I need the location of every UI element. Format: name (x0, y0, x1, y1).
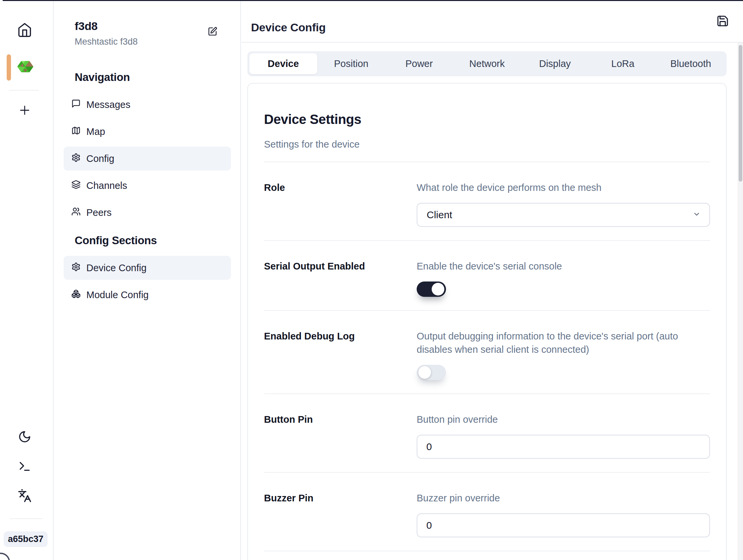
field-label: Role (264, 181, 417, 227)
card-subtitle: Settings for the device (264, 138, 710, 150)
gear-icon (71, 262, 81, 274)
config-row-debug-log: Enabled Debug Log Output debugging infor… (264, 311, 710, 394)
button-pin-input[interactable] (417, 435, 710, 459)
dark-mode-button[interactable] (18, 430, 31, 444)
chevron-down-icon (693, 209, 701, 221)
sidebar: f3d8 Meshtastic f3d8 Navigation (54, 0, 241, 560)
sidebar-item-label: Channels (86, 180, 127, 191)
tab-bluetooth[interactable]: Bluetooth (657, 53, 725, 74)
boxes-icon (71, 289, 81, 301)
sidebar-item-module-config[interactable]: Module Config (64, 283, 231, 307)
config-row-serial-output: Serial Output Enabled Enable the device'… (264, 241, 710, 311)
config-row-rebroadcast-mode: Rebroadcast Mode How to handle rebroadca… (264, 551, 710, 560)
tab-power[interactable]: Power (385, 53, 453, 74)
vertical-scrollbar[interactable] (738, 43, 743, 560)
users-icon (71, 207, 81, 219)
corner-decoration (0, 553, 10, 560)
field-description: Button pin override (417, 413, 710, 426)
rail-divider (10, 518, 43, 519)
toggle-knob (432, 283, 444, 295)
app-window: a65bc37 f3d8 Meshtastic f3d8 Navigation (0, 0, 743, 560)
card-title: Device Settings (264, 95, 710, 127)
sidebar-item-config[interactable]: Config (64, 147, 231, 171)
field-description: What role the device performs on the mes… (417, 181, 710, 194)
connection-id-badge: a65bc37 (4, 531, 48, 547)
terminal-button[interactable] (18, 460, 31, 473)
device-full-name: Meshtastic f3d8 (75, 36, 229, 47)
config-row-buzzer-pin: Buzzer Pin Buzzer pin override (264, 473, 710, 551)
config-row-role: Role What role the device performs on th… (264, 162, 710, 241)
field-label: Serial Output Enabled (264, 260, 417, 297)
device-short-name: f3d8 (75, 19, 229, 33)
sidebar-item-device-config[interactable]: Device Config (64, 256, 231, 280)
field-description: Output debugging information to the devi… (417, 329, 710, 356)
message-icon (71, 99, 81, 110)
page-title: Device Config (251, 21, 326, 34)
config-sections-heading: Config Sections (75, 234, 229, 247)
terminal-icon (18, 460, 31, 473)
map-icon (71, 126, 81, 138)
language-button[interactable] (18, 489, 32, 503)
tab-position[interactable]: Position (317, 53, 385, 74)
config-sections-list: Device Config Module Config (64, 256, 231, 307)
icon-rail: a65bc37 (0, 0, 54, 560)
debug-log-toggle[interactable] (417, 365, 446, 380)
save-config-button[interactable] (716, 15, 729, 27)
moon-icon (18, 430, 31, 444)
language-icon (18, 489, 32, 503)
field-label: Buzzer Pin (264, 492, 417, 538)
role-select-value: Client (427, 209, 452, 221)
main-panel: Device Config Device Position Power Netw… (242, 0, 743, 560)
sidebar-item-label: Config (86, 153, 114, 164)
edit-icon (208, 27, 217, 36)
gear-icon (71, 153, 81, 165)
meshtastic-logo (17, 59, 33, 75)
sidebar-item-peers[interactable]: Peers (64, 200, 231, 225)
scrollbar-thumb[interactable] (739, 45, 742, 182)
toggle-knob (418, 366, 431, 379)
tab-display[interactable]: Display (521, 53, 589, 74)
active-device-indicator (7, 54, 11, 81)
nav-list: Messages Map Config (64, 93, 231, 225)
config-row-button-pin: Button Pin Button pin override (264, 394, 710, 473)
window-top-edge (3, 0, 743, 1)
field-label: Button Pin (264, 413, 417, 459)
field-label: Enabled Debug Log (264, 329, 417, 380)
edit-device-name-button[interactable] (208, 27, 217, 36)
serial-output-toggle[interactable] (417, 281, 446, 297)
sidebar-item-messages[interactable]: Messages (64, 93, 231, 116)
device-header: f3d8 Meshtastic f3d8 (54, 0, 241, 47)
role-select[interactable]: Client (417, 203, 710, 227)
device-node-button[interactable] (17, 59, 33, 75)
save-icon (716, 15, 729, 27)
sidebar-item-label: Peers (86, 207, 112, 218)
tab-device[interactable]: Device (249, 53, 317, 74)
sidebar-item-map[interactable]: Map (64, 120, 231, 144)
plus-icon (18, 103, 32, 117)
rail-divider (9, 90, 39, 91)
add-connection-button[interactable] (18, 103, 32, 117)
sidebar-item-channels[interactable]: Channels (64, 174, 231, 197)
device-settings-card: Device Settings Settings for the device … (247, 83, 727, 560)
tab-network[interactable]: Network (453, 53, 521, 74)
buzzer-pin-input[interactable] (417, 513, 710, 538)
sidebar-item-label: Messages (86, 99, 130, 110)
sidebar-item-label: Map (86, 126, 105, 137)
field-description: Enable the device's serial console (417, 260, 710, 273)
home-button[interactable] (17, 22, 32, 38)
field-description: Buzzer pin override (417, 492, 710, 505)
main-header: Device Config (242, 0, 743, 43)
sidebar-item-label: Module Config (86, 289, 149, 300)
main-body: Device Position Power Network Display Lo… (242, 43, 743, 560)
layers-icon (71, 180, 81, 192)
nav-heading: Navigation (75, 71, 229, 84)
sidebar-item-label: Device Config (86, 263, 147, 274)
home-icon (17, 22, 32, 38)
tab-lora[interactable]: LoRa (589, 53, 657, 74)
config-tabs: Device Position Power Network Display Lo… (247, 51, 727, 76)
